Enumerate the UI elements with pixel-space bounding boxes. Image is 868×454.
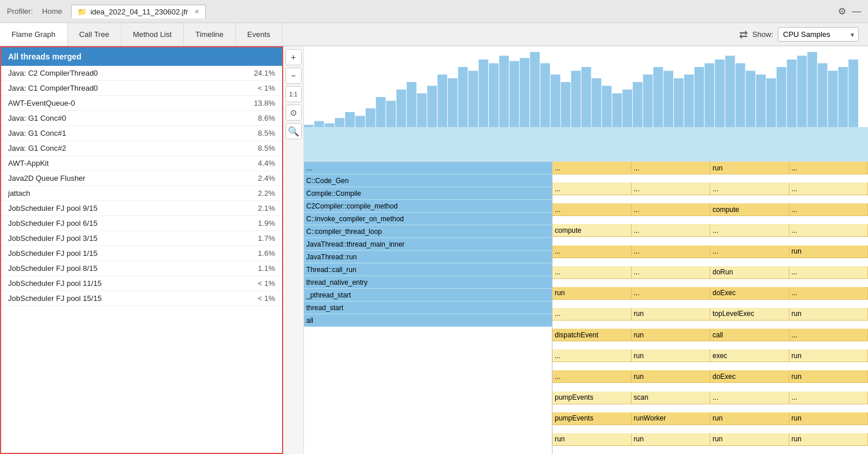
flame-cell-yellow[interactable]: run <box>632 308 711 321</box>
flame-row-blue[interactable]: Thread::call_run <box>304 263 552 276</box>
flame-cell-yellow[interactable]: ... <box>632 245 711 258</box>
flame-cell-yellow[interactable]: ... <box>789 203 869 216</box>
flame-row-blue[interactable]: Compile::Compile <box>304 187 552 200</box>
flame-row-blue[interactable]: C::compiler_thread_loop <box>304 225 552 238</box>
flame-cell-yellow[interactable]: ... <box>789 183 869 195</box>
zoom-in-button[interactable]: + <box>285 49 302 65</box>
flame-cell-yellow[interactable]: doExec <box>710 287 789 300</box>
thread-row[interactable]: JobScheduler FJ pool 8/151.1% <box>1 261 282 276</box>
thread-row[interactable]: Java: C1 CompilerThread0< 1% <box>1 81 282 96</box>
flame-cell-yellow[interactable]: run <box>789 245 869 258</box>
flame-cell-yellow[interactable]: ... <box>552 308 632 321</box>
fit-button[interactable]: ⊙ <box>285 105 302 121</box>
search-button[interactable]: 🔍 <box>285 123 302 139</box>
flame-cell-yellow[interactable]: ... <box>710 392 789 404</box>
flame-row-blue[interactable]: JavaThread::run <box>304 251 552 263</box>
thread-row[interactable]: JobScheduler FJ pool 9/152.1% <box>1 201 282 216</box>
thread-row[interactable]: JobScheduler FJ pool 6/151.9% <box>1 216 282 231</box>
flame-row-blue[interactable]: _pthread_start <box>304 289 552 302</box>
flame-row-blue[interactable]: C::Code_Gen <box>304 174 552 187</box>
thread-row[interactable]: Java: C2 CompilerThread024.1% <box>1 66 282 81</box>
thread-row[interactable]: AWT-EventQueue-013.8% <box>1 96 282 111</box>
flame-cell-yellow[interactable]: dispatchEvent <box>552 329 632 341</box>
flame-cell-yellow[interactable]: ... <box>552 370 632 383</box>
reset-zoom-button[interactable]: 1:1 <box>285 86 302 102</box>
tab-timeline[interactable]: Timeline <box>184 23 236 46</box>
flame-cell-yellow[interactable]: ... <box>710 224 789 237</box>
gear-icon[interactable]: ⚙ <box>838 6 846 17</box>
show-select[interactable]: CPU Samples Wall Clock Allocations Excep… <box>778 27 859 42</box>
flame-cell-yellow[interactable]: scan <box>632 392 711 404</box>
flame-cell-yellow[interactable]: run <box>789 308 869 321</box>
thread-row[interactable]: JobScheduler FJ pool 15/15< 1% <box>1 291 282 306</box>
flame-cell-yellow[interactable]: ... <box>632 287 711 300</box>
flame-cell-yellow[interactable]: exec <box>710 349 789 362</box>
flame-cell-yellow[interactable]: ... <box>789 287 869 300</box>
flame-cell-yellow[interactable]: call <box>710 329 789 341</box>
flame-cell-yellow[interactable]: ... <box>632 224 711 237</box>
thread-row[interactable]: Java: G1 Conc#18.5% <box>1 126 282 141</box>
home-tab[interactable]: Home <box>42 7 62 16</box>
flame-cell-yellow[interactable]: run <box>632 349 711 362</box>
flame-cell-yellow[interactable]: compute <box>710 203 789 216</box>
thread-row[interactable]: JobScheduler FJ pool 11/15< 1% <box>1 276 282 291</box>
flame-cell-yellow[interactable]: ... <box>552 266 632 279</box>
flame-cell-yellow[interactable]: ... <box>552 203 632 216</box>
flame-cell-yellow[interactable]: run <box>789 349 869 362</box>
flame-row-blue[interactable]: JavaThread::thread_main_inner <box>304 238 552 251</box>
flame-cell-yellow[interactable]: ... <box>632 183 711 195</box>
zoom-out-button[interactable]: − <box>285 68 302 84</box>
file-tab[interactable]: 📁 idea_2022_04_11_230602.jfr ✕ <box>71 5 205 18</box>
flame-cell-yellow[interactable]: ... <box>552 162 632 174</box>
flame-cell-yellow[interactable]: ... <box>632 266 711 279</box>
flame-cell-yellow[interactable]: ... <box>789 329 869 341</box>
thread-row[interactable]: JobScheduler FJ pool 3/151.7% <box>1 231 282 246</box>
flame-row-blue[interactable]: thread_start <box>304 302 552 314</box>
flame-cell-yellow[interactable]: ... <box>552 183 632 195</box>
tab-method-list[interactable]: Method List <box>121 23 184 46</box>
flame-cell-yellow[interactable]: ... <box>789 266 869 279</box>
flame-row-blue[interactable]: all <box>304 314 552 327</box>
flame-cell-yellow[interactable]: ... <box>789 392 869 404</box>
flame-cell-yellow[interactable]: topLevelExec <box>710 308 789 321</box>
flame-cell-yellow[interactable]: run <box>552 287 632 300</box>
flame-cell-yellow[interactable]: ... <box>552 245 632 258</box>
flame-cell-yellow[interactable]: ... <box>789 224 869 237</box>
flame-cell-yellow[interactable]: runWorker <box>632 412 711 425</box>
flame-cell-yellow[interactable]: run <box>710 162 789 174</box>
close-tab-button[interactable]: ✕ <box>194 8 199 16</box>
thread-row[interactable]: Java: G1 Conc#08.6% <box>1 111 282 126</box>
flame-cell-yellow[interactable]: run <box>789 433 869 446</box>
flame-row-blue[interactable]: thread_native_entry <box>304 276 552 289</box>
flame-cell-yellow[interactable]: pumpEvents <box>552 412 632 425</box>
flame-cell-yellow[interactable]: ... <box>789 162 869 174</box>
flame-cell-yellow[interactable]: run <box>632 329 711 341</box>
thread-row[interactable]: Java: G1 Conc#28.5% <box>1 141 282 156</box>
flame-cell-yellow[interactable]: compute <box>552 224 632 237</box>
flame-cell-yellow[interactable]: doExec <box>710 370 789 383</box>
minimize-icon[interactable]: — <box>852 6 861 17</box>
thread-row[interactable]: jattach2.2% <box>1 186 282 201</box>
split-icon[interactable]: ⇄ <box>739 28 748 41</box>
flame-cell-yellow[interactable]: run <box>789 412 869 425</box>
tab-flame-graph[interactable]: Flame Graph <box>0 23 68 46</box>
flame-cell-yellow[interactable]: doRun <box>710 266 789 279</box>
flame-cell-yellow[interactable]: ... <box>552 349 632 362</box>
flame-cell-yellow[interactable]: run <box>632 370 711 383</box>
flame-cell-yellow[interactable]: ... <box>632 203 711 216</box>
flame-row-blue[interactable]: C2Compiler::compile_method <box>304 200 552 213</box>
thread-row[interactable]: JobScheduler FJ pool 1/151.6% <box>1 246 282 261</box>
flame-cell-yellow[interactable]: run <box>710 433 789 446</box>
thread-row[interactable]: AWT-AppKit4.4% <box>1 156 282 171</box>
flame-cell-yellow[interactable]: pumpEvents <box>552 392 632 404</box>
flame-row-blue[interactable]: C::invoke_compiler_on_method <box>304 213 552 225</box>
tab-call-tree[interactable]: Call Tree <box>68 23 121 46</box>
flame-cell-yellow[interactable]: ... <box>710 183 789 195</box>
tab-events[interactable]: Events <box>236 23 283 46</box>
flame-row-blue[interactable]: ... <box>304 162 552 174</box>
flame-cell-yellow[interactable]: run <box>632 433 711 446</box>
all-threads-header[interactable]: All threads merged <box>1 47 282 66</box>
thread-row[interactable]: Java2D Queue Flusher2.4% <box>1 171 282 186</box>
flame-cell-yellow[interactable]: run <box>789 370 869 383</box>
flame-cell-yellow[interactable]: ... <box>632 162 711 174</box>
